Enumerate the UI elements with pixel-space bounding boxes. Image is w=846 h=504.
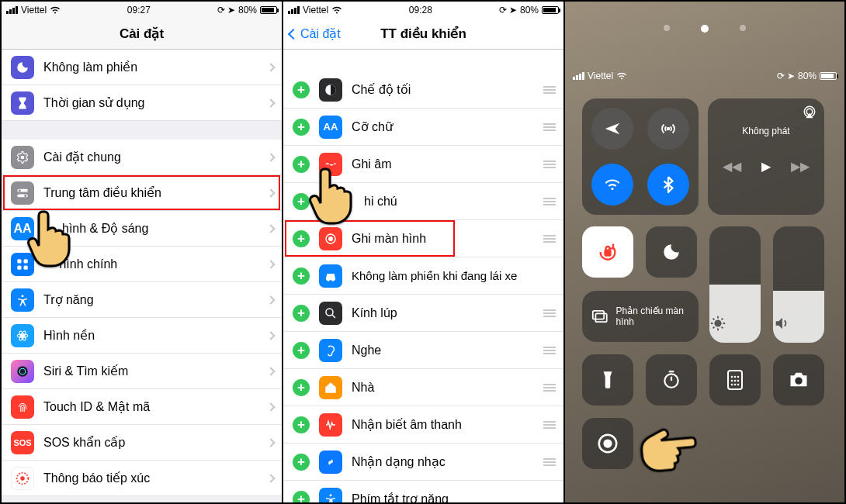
- next-track-button[interactable]: ▶▶: [791, 159, 810, 174]
- wifi-button[interactable]: [591, 164, 633, 205]
- flashlight-button[interactable]: [582, 354, 633, 406]
- svg-rect-33: [595, 313, 606, 322]
- drag-handle-icon[interactable]: [543, 161, 556, 168]
- signal-icon: [6, 6, 18, 14]
- row-hearing[interactable]: + Nghe: [283, 332, 563, 369]
- row-text-size[interactable]: + AA Cỡ chữ: [283, 109, 563, 146]
- drag-handle-icon[interactable]: [543, 458, 556, 466]
- brightness-slider[interactable]: [709, 226, 761, 343]
- drag-handle-icon[interactable]: [543, 235, 556, 243]
- timer-button[interactable]: [646, 354, 697, 406]
- airplane-button[interactable]: [591, 108, 633, 150]
- svg-point-9: [22, 295, 24, 297]
- bluetooth-button[interactable]: [647, 164, 689, 205]
- add-button[interactable]: +: [293, 491, 310, 503]
- row-sound-recognition[interactable]: + Nhận biết âm thanh: [283, 406, 563, 444]
- row-touchid[interactable]: Touch ID & Mật mã: [2, 389, 282, 425]
- svg-point-10: [22, 334, 24, 337]
- battery-icon: [542, 6, 559, 14]
- chevron-right-icon: [266, 474, 275, 482]
- prev-track-button[interactable]: ◀◀: [723, 159, 741, 174]
- svg-point-45: [795, 378, 802, 385]
- row-label: Ghi âm: [352, 157, 537, 171]
- dark-mode-icon: [319, 78, 342, 102]
- battery-percent: 80%: [798, 71, 817, 81]
- drag-handle-icon[interactable]: [543, 347, 556, 354]
- battery-icon: [820, 72, 837, 80]
- add-button[interactable]: +: [293, 81, 310, 98]
- wifi-icon: [331, 6, 342, 14]
- row-dnd-driving[interactable]: + Không làm phiền khi đang lái xe: [283, 257, 563, 295]
- add-button[interactable]: +: [293, 454, 310, 471]
- add-button[interactable]: +: [293, 416, 310, 433]
- drag-handle-icon[interactable]: [543, 123, 556, 131]
- add-button[interactable]: +: [293, 156, 310, 173]
- row-accessibility[interactable]: Trợ năng: [2, 282, 282, 318]
- row-screen-time[interactable]: Thời gian sử dụng: [2, 85, 282, 121]
- screen-mirroring-button[interactable]: Phản chiếu màn hình: [582, 291, 699, 342]
- svg-rect-30: [605, 250, 611, 256]
- row-home-screen[interactable]: xx hình chính: [2, 247, 282, 282]
- add-button[interactable]: +: [293, 305, 310, 322]
- drag-handle-icon[interactable]: [543, 86, 556, 94]
- connectivity-tile[interactable]: [582, 98, 699, 215]
- row-accessibility-shortcut[interactable]: + Phím tắt trợ năng: [283, 481, 563, 502]
- drag-handle-icon[interactable]: [543, 198, 556, 205]
- add-button[interactable]: +: [293, 193, 310, 210]
- add-button[interactable]: +: [293, 230, 310, 247]
- row-screen-record[interactable]: + Ghi màn hình: [283, 220, 563, 257]
- location-icon: ⟳ ➤: [217, 5, 235, 16]
- volume-slider[interactable]: [773, 226, 824, 343]
- svg-point-44: [737, 384, 740, 386]
- mirror-label: Phản chiếu màn hình: [616, 306, 689, 328]
- add-button[interactable]: +: [293, 119, 310, 136]
- svg-point-3: [19, 189, 21, 192]
- add-button[interactable]: +: [293, 379, 310, 396]
- carrier-label: Viettel: [303, 5, 328, 16]
- add-button[interactable]: +: [293, 342, 310, 359]
- row-label: Hình nền: [43, 328, 263, 343]
- svg-point-39: [731, 380, 733, 382]
- row-siri[interactable]: Siri & Tìm kiếm: [2, 354, 282, 389]
- camera-button[interactable]: [773, 354, 824, 406]
- orientation-lock-button[interactable]: [582, 226, 633, 278]
- row-label: xx hình chính: [43, 257, 263, 271]
- row-home[interactable]: + Nhà: [283, 369, 563, 406]
- row-wallpaper[interactable]: Hình nền: [2, 318, 282, 354]
- airplay-icon[interactable]: [803, 105, 817, 119]
- row-display-brightness[interactable]: AA xxxhình & Độ sáng: [2, 211, 282, 247]
- notes-icon: [319, 190, 342, 213]
- row-control-center[interactable]: Trung tâm điều khiển: [2, 175, 282, 211]
- screen-record-button[interactable]: [582, 418, 633, 469]
- drag-handle-icon[interactable]: [543, 384, 556, 392]
- drag-handle-icon[interactable]: [543, 309, 556, 317]
- row-voice-memo[interactable]: + Ghi âm: [283, 146, 563, 183]
- exposure-icon: [11, 467, 34, 490]
- row-label: Thời gian sử dụng: [43, 95, 263, 110]
- svg-point-27: [667, 128, 670, 130]
- cellular-button[interactable]: [647, 108, 689, 150]
- now-playing-tile[interactable]: Không phát ◀◀ ▶ ▶▶: [708, 98, 824, 215]
- row-magnifier[interactable]: + Kính lúp: [283, 295, 563, 332]
- row-label: Trợ năng: [43, 292, 263, 307]
- back-button[interactable]: Cài đặt: [290, 19, 341, 49]
- row-label: Kính lúp: [352, 306, 537, 320]
- dnd-button[interactable]: [646, 226, 697, 278]
- row-sos[interactable]: SOS SOS khẩn cấp: [2, 425, 282, 461]
- play-button[interactable]: ▶: [761, 159, 771, 174]
- nav-header: Cài đặt TT điều khiển: [283, 19, 563, 50]
- row-shazam[interactable]: + Nhận dạng nhạc: [283, 444, 563, 481]
- add-button[interactable]: +: [293, 268, 310, 285]
- battery-icon: [260, 6, 277, 14]
- row-general[interactable]: Cài đặt chung: [2, 140, 282, 175]
- row-dark-mode[interactable]: + Chế độ tối: [283, 71, 563, 109]
- row-label: SOS khẩn cấp: [43, 435, 263, 450]
- magnifier-icon: [319, 302, 342, 325]
- chevron-right-icon: [266, 153, 275, 161]
- calculator-button[interactable]: [709, 354, 761, 406]
- row-do-not-disturb[interactable]: Không làm phiền: [2, 50, 282, 85]
- svg-point-47: [603, 439, 612, 447]
- row-exposure[interactable]: Thông báo tiếp xúc: [2, 461, 282, 496]
- drag-handle-icon[interactable]: [543, 421, 556, 429]
- row-notes[interactable]: + xxhi chú: [283, 183, 563, 220]
